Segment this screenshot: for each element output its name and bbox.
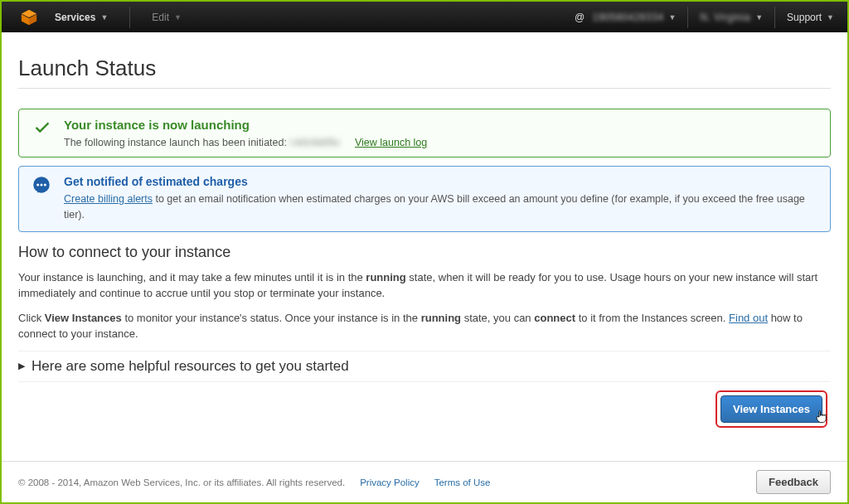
chevron-down-icon: ▼ — [174, 13, 182, 22]
connect-paragraph-2: Click View Instances to monitor your ins… — [18, 310, 831, 342]
resources-collapser[interactable]: ▶ Here are some helpful resources to get… — [18, 351, 831, 382]
top-nav: Services ▼ Edit ▼ @ 190580428334 ▼ N. Vi… — [2, 2, 847, 32]
billing-title: Get notified of estimated charges — [64, 175, 818, 188]
billing-body: to get an email notification when estima… — [64, 193, 805, 220]
account-menu[interactable]: @ 190580428334 ▼ — [570, 8, 682, 27]
view-instances-button[interactable]: View Instances — [720, 395, 822, 423]
find-out-link[interactable]: Find out — [729, 312, 768, 324]
instance-id: i-b0c9d05c — [289, 137, 340, 148]
region-label: N. Virginia — [700, 12, 750, 23]
view-launch-log-link[interactable]: View launch log — [355, 137, 427, 148]
copyright: © 2008 - 2014, Amazon Web Services, Inc.… — [18, 477, 345, 487]
edit-label: Edit — [152, 12, 169, 23]
terms-link[interactable]: Terms of Use — [434, 477, 491, 487]
success-title: Your instance is now launching — [64, 118, 818, 132]
privacy-link[interactable]: Privacy Policy — [360, 477, 420, 487]
chevron-down-icon: ▼ — [100, 13, 108, 22]
nav-divider — [687, 7, 688, 28]
chevron-down-icon: ▼ — [755, 13, 763, 22]
title-divider — [18, 88, 831, 89]
services-label: Services — [55, 12, 95, 23]
nav-divider — [774, 7, 775, 28]
edit-menu[interactable]: Edit ▼ — [147, 8, 187, 27]
launch-success-panel: Your instance is now launching The follo… — [18, 109, 831, 158]
success-body-prefix: The following instance launch has been i… — [64, 137, 289, 148]
callout-ring: View Instances — [716, 390, 827, 428]
svg-point-6 — [44, 183, 46, 186]
svg-point-5 — [40, 183, 42, 186]
support-menu[interactable]: Support ▼ — [782, 8, 839, 27]
create-billing-alerts-link[interactable]: Create billing alerts — [64, 193, 153, 205]
region-menu[interactable]: N. Virginia ▼ — [695, 8, 768, 27]
resources-heading: Here are some helpful resources to get y… — [32, 358, 349, 375]
billing-info-panel: Get notified of estimated charges Create… — [18, 166, 831, 232]
triangle-right-icon: ▶ — [18, 361, 25, 371]
services-menu[interactable]: Services ▼ — [50, 8, 113, 27]
connect-paragraph-1: Your instance is launching, and it may t… — [18, 269, 831, 302]
svg-point-4 — [36, 183, 39, 186]
feedback-button[interactable]: Feedback — [756, 470, 831, 494]
speech-bubble-icon — [31, 175, 52, 196]
footer: © 2008 - 2014, Amazon Web Services, Inc.… — [2, 461, 847, 502]
check-icon — [31, 118, 54, 136]
aws-logo-icon[interactable] — [20, 8, 38, 27]
chevron-down-icon: ▼ — [669, 13, 677, 22]
nav-divider — [129, 7, 130, 28]
connect-heading: How to connect to your instance — [18, 244, 831, 261]
chevron-down-icon: ▼ — [827, 13, 834, 22]
account-id: 190580428334 — [592, 12, 663, 23]
page-title: Launch Status — [18, 56, 831, 81]
support-label: Support — [787, 12, 822, 23]
